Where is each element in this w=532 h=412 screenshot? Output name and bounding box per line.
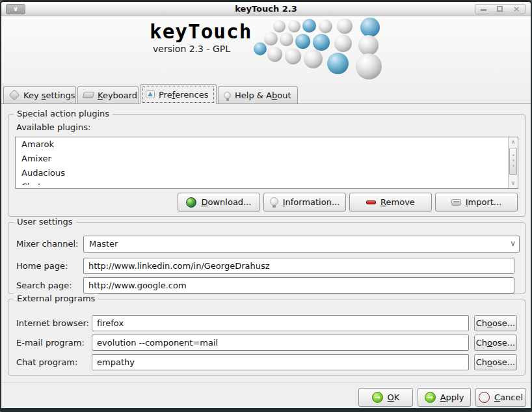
button-label: Import...	[466, 197, 502, 207]
app-header: keyTouch version 2.3 - GPL	[1, 16, 531, 83]
gray-sphere-icon	[334, 34, 352, 52]
scroll-down-button[interactable]: ∨	[509, 179, 517, 187]
scroll-up-button[interactable]: ∧	[509, 138, 517, 146]
button-label: Apply	[440, 392, 464, 402]
button-label: Information...	[283, 197, 340, 207]
actions-divider	[1, 382, 531, 383]
home-page-input[interactable]	[83, 258, 514, 274]
search-page-label: Search page:	[16, 277, 72, 294]
scroll-thumb[interactable]	[509, 148, 517, 175]
gray-sphere-icon	[337, 18, 352, 34]
close-icon: ×	[513, 4, 520, 14]
gray-sphere-icon	[285, 48, 301, 64]
chat-program-input[interactable]	[92, 354, 469, 370]
internet-browser-label: Internet browser:	[16, 315, 89, 331]
remove-button[interactable]: Remove	[349, 193, 432, 212]
button-label: Download...	[201, 197, 251, 207]
email-program-input[interactable]	[92, 335, 469, 351]
choose-email-button[interactable]: Choose...	[474, 335, 517, 351]
tray-icon	[451, 199, 461, 206]
window-title: keyTouch 2.3	[1, 4, 531, 14]
button-label: Cancel	[494, 392, 523, 402]
list-item-partial[interactable]: Chat	[16, 180, 518, 185]
email-program-label: E-mail program:	[16, 335, 85, 351]
apply-button[interactable]: → Apply	[418, 388, 471, 407]
globe-icon	[186, 197, 196, 208]
gray-sphere-icon	[288, 20, 300, 33]
blue-sphere-icon	[295, 34, 310, 49]
red-x-icon: ×	[479, 392, 490, 403]
home-page-label: Home page:	[16, 258, 68, 274]
user-settings-frame: User settings Mixer channel: Master ∨ Ho…	[8, 222, 525, 294]
maximize-icon	[497, 6, 503, 12]
choose-browser-button[interactable]: Choose...	[474, 315, 517, 331]
preferences-icon	[146, 90, 155, 98]
plugins-listbox[interactable]: Amarok Amixer Audacious Chat ∧ ∨	[15, 137, 518, 189]
window-controls: ×	[475, 4, 525, 14]
gray-sphere-icon	[319, 20, 332, 33]
download-button[interactable]: Download...	[178, 193, 260, 212]
version-label: version 2.3 - GPL	[153, 44, 230, 54]
blue-sphere-icon	[254, 42, 267, 55]
close-button[interactable]: ×	[510, 5, 523, 14]
minimize-button[interactable]	[477, 5, 490, 14]
green-arrow-icon: →	[372, 392, 383, 403]
ok-button[interactable]: → OK	[358, 388, 413, 407]
tab-keyboard[interactable]: Keyboard	[77, 86, 139, 103]
lightbulb-icon	[270, 197, 278, 206]
available-plugins-label: Available plugins:	[16, 122, 90, 132]
import-button[interactable]: Import...	[435, 193, 518, 212]
lightbulb-icon	[224, 92, 231, 99]
list-scrollbar[interactable]: ∧ ∨	[508, 137, 518, 188]
keytouch-logo: keyTouch	[150, 21, 252, 43]
frame-title: External programs	[14, 294, 98, 303]
tab-preferences[interactable]: Preferences	[140, 84, 217, 104]
gray-sphere-icon	[273, 20, 286, 33]
gray-sphere-icon	[264, 32, 278, 46]
button-label: Remove	[380, 197, 415, 207]
gray-sphere-icon	[304, 49, 323, 68]
mixer-channel-label: Mixer channel:	[16, 236, 78, 252]
button-label: Choose...	[476, 338, 515, 348]
thumb-grip-icon	[512, 154, 515, 170]
green-arrow-icon: →	[425, 392, 436, 403]
external-programs-frame: External programs Internet browser: Choo…	[8, 299, 525, 376]
choose-chat-button[interactable]: Choose...	[474, 354, 517, 370]
information-button[interactable]: Information...	[263, 193, 346, 212]
frame-title: Special action plugins	[14, 109, 113, 118]
tab-label: Key settings	[23, 90, 75, 100]
chevron-down-icon: ∨	[510, 239, 516, 248]
gray-sphere-icon	[280, 33, 293, 46]
tab-label: Help & About	[235, 90, 291, 100]
list-item[interactable]: Audacious	[16, 166, 518, 180]
list-item[interactable]: Amixer	[16, 152, 518, 166]
tab-label: Preferences	[159, 90, 208, 100]
tab-label: Keyboard	[98, 90, 137, 100]
search-page-input[interactable]	[83, 277, 514, 294]
gray-sphere-icon	[356, 53, 382, 79]
special-action-plugins-frame: Special action plugins Available plugins…	[8, 114, 525, 217]
chat-program-label: Chat program:	[16, 354, 77, 370]
combo-value: Master	[89, 239, 118, 249]
frame-title: User settings	[14, 217, 76, 227]
minimize-icon	[481, 9, 486, 11]
maximize-button[interactable]	[494, 5, 507, 14]
gray-sphere-icon	[267, 47, 282, 62]
keyboard-icon	[83, 92, 94, 98]
internet-browser-input[interactable]	[92, 315, 469, 331]
titlebar: ∨ keyTouch 2.3 ×	[1, 2, 531, 16]
keytouch-window: ∨ keyTouch 2.3 × keyTouch version 2.3 - …	[0, 0, 532, 412]
button-label: OK	[388, 392, 400, 402]
blue-sphere-icon	[302, 19, 316, 33]
button-label: Choose...	[476, 318, 515, 328]
list-item[interactable]: Amarok	[16, 137, 518, 152]
red-minus-icon	[366, 200, 376, 204]
gray-sphere-icon	[358, 35, 379, 55]
cancel-button[interactable]: × Cancel	[475, 388, 526, 407]
mixer-channel-select[interactable]: Master ∨	[83, 236, 520, 253]
blue-sphere-icon	[327, 53, 349, 74]
tab-key-settings[interactable]: Key settings	[3, 86, 76, 103]
blue-sphere-icon	[360, 18, 380, 37]
key-icon	[9, 90, 20, 101]
tab-help-about[interactable]: Help & About	[218, 86, 298, 103]
